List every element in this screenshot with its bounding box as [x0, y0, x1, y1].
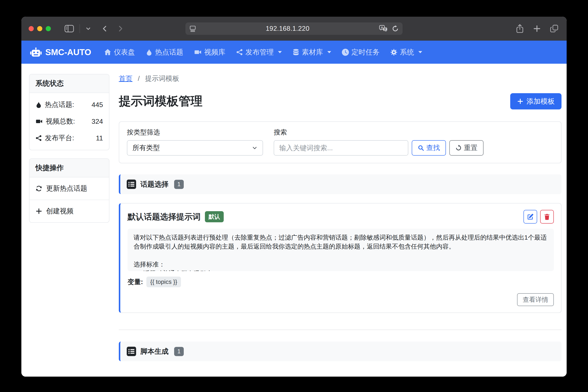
- find-label: 查找: [426, 143, 440, 152]
- default-badge: 默认: [205, 211, 224, 222]
- redo-icon: [455, 145, 462, 151]
- stat-value: 324: [92, 118, 103, 126]
- delete-template-button[interactable]: [540, 210, 554, 224]
- svg-text:文: 文: [384, 28, 387, 31]
- refresh-icon: [35, 185, 42, 192]
- fire-icon: [35, 101, 42, 108]
- chevron-down-icon: [252, 145, 257, 151]
- address-bar[interactable]: 192.168.1.220 A 文: [185, 22, 403, 35]
- main-content: 首页 / 提示词模板 提示词模板管理 添加模板 按类型筛选 所有类型: [119, 74, 562, 376]
- stat-label: 发布平台:: [45, 133, 74, 143]
- nav-label: 视频库: [204, 48, 225, 57]
- traffic-lights: [29, 26, 51, 31]
- svg-text:A: A: [381, 26, 383, 29]
- section-title: 脚本生成: [140, 347, 169, 356]
- share-nodes-icon: [35, 135, 42, 141]
- stat-total-videos: 视频总数: 324: [35, 113, 103, 130]
- breadcrumb-current: 提示词模板: [145, 74, 179, 82]
- system-status-card: 系统状态 热点话题: 445 视频总数: 324: [29, 74, 109, 150]
- nav-label: 发布管理: [245, 48, 274, 57]
- url-text: 192.168.1.220: [196, 25, 379, 32]
- minimize-window-button[interactable]: [37, 26, 42, 31]
- nav-label: 素材库: [302, 48, 323, 57]
- type-filter-select[interactable]: 所有类型: [127, 140, 263, 156]
- edit-template-button[interactable]: [524, 210, 537, 224]
- desktop-background: 192.168.1.220 A 文: [0, 0, 588, 392]
- variables-label: 变量:: [127, 278, 143, 286]
- section-divider: [119, 330, 562, 330]
- video-icon: [194, 48, 202, 56]
- nav-label: 系统: [400, 48, 414, 57]
- template-title: 默认话题选择提示词: [127, 212, 201, 222]
- gear-icon: [390, 49, 397, 56]
- add-template-label: 添加模板: [527, 96, 555, 106]
- chevron-down-icon[interactable]: [85, 26, 91, 32]
- caret-down-icon: [278, 51, 282, 53]
- update-hot-topics-action[interactable]: 更新热点话题: [29, 178, 109, 200]
- filter-panel: 按类型筛选 所有类型 搜索 查找: [119, 122, 562, 163]
- template-card: 默认话题选择提示词 默认 请对以下热点话题列表进行预处理（去除重复热点；过滤广告…: [119, 203, 562, 313]
- find-button[interactable]: 查找: [412, 140, 446, 156]
- type-filter-label: 按类型筛选: [127, 128, 263, 137]
- nav-label: 定时任务: [351, 48, 380, 57]
- nav-item-hot-topics[interactable]: 热点话题: [146, 48, 183, 57]
- view-details-button[interactable]: 查看详情: [517, 293, 554, 306]
- search-input[interactable]: [274, 140, 408, 156]
- nav-label: 热点话题: [155, 48, 183, 57]
- new-tab-icon[interactable]: [533, 24, 541, 33]
- quick-actions-title: 快捷操作: [29, 159, 109, 178]
- breadcrumb-home-link[interactable]: 首页: [119, 74, 132, 82]
- clock-icon: [342, 49, 349, 56]
- system-status-title: 系统状态: [29, 74, 109, 93]
- video-icon: [35, 118, 43, 125]
- type-filter-value: 所有类型: [132, 143, 160, 152]
- section-count-badge: 1: [174, 180, 184, 189]
- caret-down-icon: [418, 51, 422, 53]
- app-navbar: SMC-AUTO 仪表盘 热点话题 视频库 发布管理: [21, 40, 567, 64]
- search-label: 搜索: [274, 128, 484, 137]
- share-icon[interactable]: [516, 24, 524, 33]
- nav-item-scheduled-tasks[interactable]: 定时任务: [342, 48, 380, 57]
- close-window-button[interactable]: [29, 26, 34, 31]
- forward-button[interactable]: [117, 25, 124, 32]
- back-button[interactable]: [101, 25, 108, 32]
- nav-item-assets[interactable]: 素材库: [293, 48, 331, 57]
- toolbar-divider: [79, 24, 80, 33]
- action-label: 更新热点话题: [46, 184, 87, 193]
- brand-name: SMC-AUTO: [45, 48, 91, 57]
- translate-icon[interactable]: A 文: [379, 25, 388, 32]
- trash-icon: [544, 213, 550, 220]
- nav-item-video-library[interactable]: 视频库: [194, 48, 225, 57]
- database-icon: [293, 48, 299, 56]
- plus-icon: [35, 208, 42, 214]
- nav-item-system[interactable]: 系统: [390, 48, 422, 57]
- fire-icon: [146, 48, 152, 56]
- share-nodes-icon: [236, 49, 243, 56]
- add-template-button[interactable]: 添加模板: [510, 93, 562, 110]
- home-icon: [104, 48, 111, 56]
- tab-overview-icon[interactable]: [550, 24, 559, 33]
- robot-logo-icon: [30, 47, 42, 57]
- stat-publish-platforms: 发布平台: 11: [35, 130, 103, 146]
- page-settings-icon[interactable]: [189, 25, 196, 32]
- sidebar-toggle-icon[interactable]: [64, 24, 74, 33]
- nav-item-dashboard[interactable]: 仪表盘: [104, 48, 135, 57]
- nav-item-publish[interactable]: 发布管理: [236, 48, 282, 57]
- quick-actions-card: 快捷操作 更新热点话题 创建视频: [29, 158, 109, 223]
- list-icon: [127, 347, 136, 356]
- section-script-generation: 脚本生成 1: [119, 342, 562, 361]
- section-count-badge: 1: [174, 347, 184, 356]
- nav-label: 仪表盘: [114, 48, 135, 57]
- create-video-action[interactable]: 创建视频: [29, 200, 109, 222]
- prompt-preview: 请对以下热点话题列表进行预处理（去除重复热点；过滤广告内容和营销话题；剔除敏感词…: [127, 229, 554, 271]
- list-icon: [127, 180, 136, 189]
- reset-button[interactable]: 重置: [449, 140, 484, 156]
- stat-value: 11: [96, 134, 103, 142]
- brand[interactable]: SMC-AUTO: [30, 47, 91, 57]
- breadcrumb-separator: /: [138, 74, 140, 82]
- stat-value: 445: [92, 101, 103, 109]
- variable-pill: {{ topics }}: [146, 276, 181, 287]
- caret-down-icon: [327, 51, 331, 53]
- reload-icon[interactable]: [392, 25, 399, 32]
- zoom-window-button[interactable]: [46, 26, 51, 31]
